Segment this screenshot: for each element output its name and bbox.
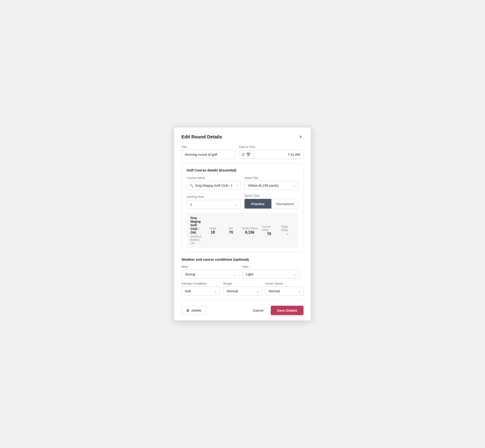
par-label: Par [229, 227, 233, 230]
starting-hole-label: Starting Hole [187, 195, 241, 199]
yards-stat: Yards(Yellow) 6,156 [242, 227, 257, 234]
select-tee-group: Select Tee Yellow (6,156 yards) White Re… [244, 176, 298, 190]
clear-icon[interactable]: × [236, 184, 238, 188]
fairway-rough-green-row: Fairway Conditions DryNormalSoftWet ⌄ Ro… [181, 282, 304, 296]
game-type-toggle: Practice Tournament [244, 199, 298, 209]
golf-course-section-title: Golf Course details (Essential) [187, 168, 298, 172]
fairway-group: Fairway Conditions DryNormalSoftWet ⌄ [181, 282, 220, 296]
course-location: Shelford Bottom, UK [190, 235, 201, 245]
wind-group: Wind NoneLightMediumStrong ⌄ [181, 265, 239, 279]
cancel-button[interactable]: Cancel [249, 306, 267, 315]
starting-hole-group: Starting Hole 1234 5678 910 ⌄ [187, 195, 241, 209]
hole-gametype-row: Starting Hole 1234 5678 910 ⌄ Game Type … [187, 194, 298, 209]
holes-stat: Holes 18 [206, 227, 219, 234]
rain-dropdown[interactable]: NoneLightMediumHeavy [242, 270, 300, 279]
footer-row: 🗑 Delete Cancel Save Details [181, 306, 304, 315]
course-name-label: Course Name [187, 176, 241, 180]
rain-group: Rain NoneLightMediumHeavy ⌄ [242, 265, 300, 279]
edit-round-modal: Edit Round Details × Title Date & Time 📅… [174, 128, 311, 320]
game-type-label: Game Type [244, 194, 298, 197]
select-tee-label: Select Tee [244, 176, 298, 180]
slope-rating-label: Slope rating [281, 225, 295, 232]
course-info-row: Gog Magog Golf Club - Old, Shelford Bott… [187, 213, 298, 248]
rough-dropdown[interactable]: ShortNormalLong [223, 287, 262, 296]
par-stat: Par 70 [224, 227, 238, 234]
green-speed-label: Green Speed [265, 282, 304, 285]
title-input[interactable] [181, 150, 235, 159]
time-input[interactable] [253, 150, 304, 159]
yards-value: 6,156 [245, 230, 254, 234]
weather-section-title: Weather and course conditions (optional) [181, 257, 304, 261]
course-info-name: Gog Magog Golf Club - Old, Shelford Bott… [190, 216, 201, 245]
date-time-inputs: 📅 [239, 150, 304, 159]
green-speed-select-wrap: SlowNormalFast ⌄ [265, 287, 304, 296]
title-datetime-row: Title Date & Time 📅 [181, 145, 304, 159]
practice-button[interactable]: Practice [244, 199, 271, 208]
weather-section: Weather and course conditions (optional)… [181, 257, 304, 296]
slope-rating-stat: Slope rating - [281, 225, 295, 236]
green-speed-dropdown[interactable]: SlowNormalFast [265, 287, 304, 296]
starting-hole-wrap: 1234 5678 910 ⌄ [187, 200, 241, 209]
course-name-group: Course Name 🔍 × [187, 176, 241, 190]
close-button[interactable]: × [298, 134, 304, 140]
delete-button[interactable]: 🗑 Delete [181, 306, 206, 315]
starting-hole-dropdown[interactable]: 1234 5678 910 [187, 200, 241, 209]
course-tee-row: Course Name 🔍 × Select Tee Yellow (6,156… [187, 176, 298, 190]
green-speed-group: Green Speed SlowNormalFast ⌄ [265, 282, 304, 296]
rough-label: Rough [223, 282, 262, 285]
course-name-display: Gog Magog Golf Club - Old, [190, 216, 201, 234]
footer-right: Cancel Save Details [249, 306, 304, 315]
rough-group: Rough ShortNormalLong ⌄ [223, 282, 262, 296]
date-input[interactable] [239, 150, 253, 159]
yards-label: Yards(Yellow) [242, 227, 258, 230]
select-tee-wrap: Yellow (6,156 yards) White Red Blue ⌄ [244, 181, 298, 190]
title-label: Title [181, 145, 235, 149]
holes-value: 18 [211, 230, 215, 234]
fairway-dropdown[interactable]: DryNormalSoftWet [181, 287, 220, 296]
footer-divider [181, 300, 304, 300]
rain-select-wrap: NoneLightMediumHeavy ⌄ [242, 270, 300, 279]
tournament-button[interactable]: Tournament [271, 199, 298, 208]
rain-label: Rain [242, 265, 300, 268]
delete-label: Delete [192, 308, 201, 312]
course-rating-value: 70 [267, 232, 271, 236]
wind-label: Wind [181, 265, 239, 268]
datetime-group: Date & Time 📅 [239, 145, 304, 159]
datetime-label: Date & Time [239, 145, 304, 149]
holes-label: Holes [209, 227, 216, 230]
course-rating-label: Course rating [262, 225, 277, 232]
wind-select-wrap: NoneLightMediumStrong ⌄ [181, 270, 239, 279]
modal-header: Edit Round Details × [181, 134, 304, 140]
wind-rain-row: Wind NoneLightMediumStrong ⌄ Rain NoneLi… [181, 265, 304, 279]
par-value: 70 [229, 230, 233, 234]
fairway-select-wrap: DryNormalSoftWet ⌄ [181, 287, 220, 296]
golf-course-section: Golf Course details (Essential) Course N… [181, 163, 304, 252]
game-type-group: Game Type Practice Tournament [244, 194, 298, 209]
title-group: Title [181, 145, 235, 159]
search-icon: 🔍 [189, 184, 193, 187]
fairway-label: Fairway Conditions [181, 282, 220, 285]
date-input-wrap: 📅 [239, 150, 253, 159]
course-rating-stat: Course rating 70 [262, 225, 277, 236]
trash-icon: 🗑 [186, 308, 190, 312]
course-search-wrap: 🔍 × [187, 181, 241, 190]
select-tee-dropdown[interactable]: Yellow (6,156 yards) White Red Blue [244, 181, 298, 190]
save-button[interactable]: Save Details [271, 306, 304, 315]
modal-title: Edit Round Details [181, 134, 222, 140]
wind-dropdown[interactable]: NoneLightMediumStrong [181, 270, 239, 279]
course-name-input[interactable] [187, 181, 241, 190]
slope-rating-value: - [287, 232, 288, 236]
rough-select-wrap: ShortNormalLong ⌄ [223, 287, 262, 296]
